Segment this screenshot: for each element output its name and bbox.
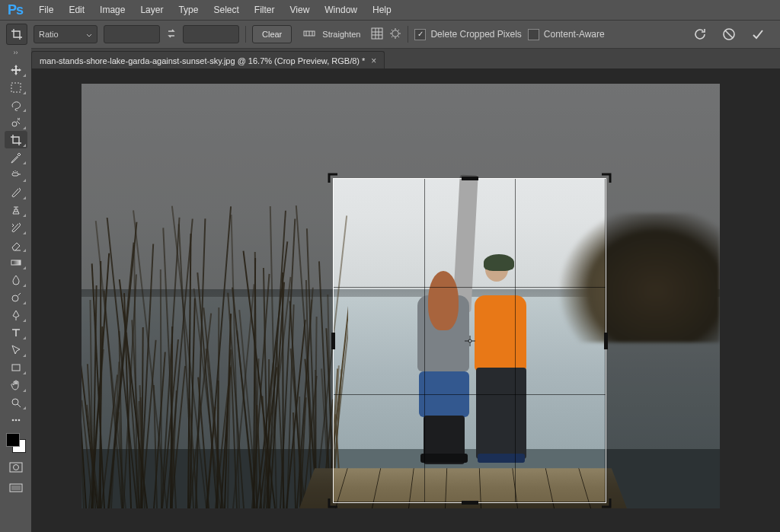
gradient-tool[interactable] <box>5 253 27 271</box>
crop-handle-nw[interactable] <box>328 173 338 183</box>
checkbox-icon <box>528 29 539 40</box>
delete-cropped-checkbox[interactable]: Delete Cropped Pixels <box>414 29 521 40</box>
menu-file[interactable]: File <box>32 2 60 18</box>
cancel-crop-icon[interactable] <box>721 26 737 43</box>
move-tool[interactable] <box>5 61 27 78</box>
commit-actions <box>692 21 766 48</box>
eraser-tool[interactable] <box>5 236 27 253</box>
menu-edit[interactable]: Edit <box>62 2 91 18</box>
options-bar: Ratio Clear Straighten Delete Cropped Pi… <box>0 20 780 49</box>
svg-point-11 <box>11 419 14 421</box>
svg-point-8 <box>12 295 18 301</box>
rectangular-marquee-tool[interactable] <box>5 78 27 96</box>
crop-tool[interactable] <box>5 131 27 148</box>
edit-toolbar-icon[interactable] <box>5 411 27 428</box>
crop-handle-w[interactable] <box>331 333 335 349</box>
eyedropper-tool[interactable] <box>5 148 27 166</box>
spot-healing-brush-tool[interactable] <box>5 166 27 183</box>
menu-type[interactable]: Type <box>171 2 205 18</box>
svg-point-10 <box>12 399 18 405</box>
foreground-color-swatch[interactable] <box>6 433 20 447</box>
menu-help[interactable]: Help <box>366 2 398 18</box>
document-tab-title: man-stands-shore-lake-garda-against-suns… <box>40 56 365 65</box>
crop-center-icon[interactable] <box>465 336 475 346</box>
menu-window[interactable]: Window <box>318 2 364 18</box>
svg-point-2 <box>392 30 398 36</box>
clone-stamp-tool[interactable] <box>5 201 27 218</box>
tools-panel <box>0 58 31 532</box>
crop-tool-indicator-icon[interactable] <box>6 24 27 45</box>
document-tab[interactable]: man-stands-shore-lake-garda-against-suns… <box>31 51 385 70</box>
document-canvas[interactable] <box>82 84 720 508</box>
crop-handle-ne[interactable] <box>601 173 612 183</box>
aspect-ratio-label: Ratio <box>39 30 59 39</box>
aspect-ratio-select[interactable]: Ratio <box>34 25 98 43</box>
crop-handle-se[interactable] <box>601 498 612 508</box>
menu-select[interactable]: Select <box>206 2 245 18</box>
divider <box>408 26 408 43</box>
crop-handle-s[interactable] <box>462 501 478 505</box>
straighten-icon[interactable] <box>302 27 316 42</box>
menu-image[interactable]: Image <box>93 2 132 18</box>
toolbox-column: ›› <box>0 47 31 532</box>
crop-height-input[interactable] <box>183 25 239 43</box>
svg-rect-4 <box>11 83 21 92</box>
svg-rect-9 <box>12 365 20 371</box>
workspace <box>31 68 780 532</box>
fg-bg-swatch[interactable] <box>6 433 26 453</box>
rectangle-tool[interactable] <box>5 358 27 376</box>
screen-mode-icon[interactable] <box>8 480 24 497</box>
crop-settings-icon[interactable] <box>389 27 401 42</box>
crop-width-input[interactable] <box>104 25 160 43</box>
content-aware-checkbox[interactable]: Content-Aware <box>528 29 605 40</box>
pen-tool[interactable] <box>5 306 27 323</box>
svg-point-12 <box>14 419 17 421</box>
clear-button[interactable]: Clear <box>252 25 292 43</box>
crop-grid-line <box>515 179 516 502</box>
chevron-down-icon <box>86 31 92 40</box>
toolbox-collapse-icon[interactable]: ›› <box>0 47 31 58</box>
reset-crop-icon[interactable] <box>692 26 708 43</box>
menu-bar: Ps File Edit Image Layer Type Select Fil… <box>0 0 780 20</box>
content-aware-label: Content-Aware <box>544 29 605 40</box>
crop-grid-line <box>424 179 425 502</box>
zoom-tool[interactable] <box>5 393 27 411</box>
svg-point-15 <box>13 465 18 470</box>
crop-handle-n[interactable] <box>462 177 478 180</box>
hand-tool[interactable] <box>5 376 27 393</box>
crop-handle-sw[interactable] <box>328 498 338 508</box>
svg-point-5 <box>12 122 17 126</box>
commit-crop-icon[interactable] <box>750 26 766 43</box>
delete-cropped-label: Delete Cropped Pixels <box>430 29 521 40</box>
svg-point-18 <box>468 339 472 342</box>
svg-rect-14 <box>10 463 22 472</box>
crop-grid-line <box>334 287 606 288</box>
svg-rect-1 <box>372 28 382 39</box>
quick-mask-icon[interactable] <box>8 459 24 476</box>
app-logo: Ps <box>5 2 30 18</box>
svg-rect-17 <box>11 486 21 490</box>
crop-grid-line <box>334 394 606 395</box>
divider <box>245 26 246 43</box>
lasso-tool[interactable] <box>5 96 27 113</box>
history-brush-tool[interactable] <box>5 218 27 236</box>
svg-point-13 <box>18 419 20 421</box>
crop-box[interactable] <box>333 178 606 503</box>
overlay-options-icon[interactable] <box>371 27 383 42</box>
close-tab-icon[interactable]: × <box>371 56 376 66</box>
svg-rect-6 <box>12 173 18 176</box>
dodge-tool[interactable] <box>5 288 27 306</box>
menu-view[interactable]: View <box>283 2 317 18</box>
quick-selection-tool[interactable] <box>5 113 27 131</box>
document-tab-bar: man-stands-shore-lake-garda-against-suns… <box>0 49 780 71</box>
brush-tool[interactable] <box>5 183 27 201</box>
type-tool[interactable] <box>5 323 27 341</box>
checkbox-icon <box>414 29 426 40</box>
menu-filter[interactable]: Filter <box>248 2 282 18</box>
menu-layer[interactable]: Layer <box>133 2 170 18</box>
blur-tool[interactable] <box>5 271 27 288</box>
swap-dimensions-icon[interactable] <box>166 28 177 41</box>
straighten-label[interactable]: Straighten <box>322 30 360 39</box>
path-selection-tool[interactable] <box>5 341 27 358</box>
crop-handle-e[interactable] <box>604 333 608 349</box>
